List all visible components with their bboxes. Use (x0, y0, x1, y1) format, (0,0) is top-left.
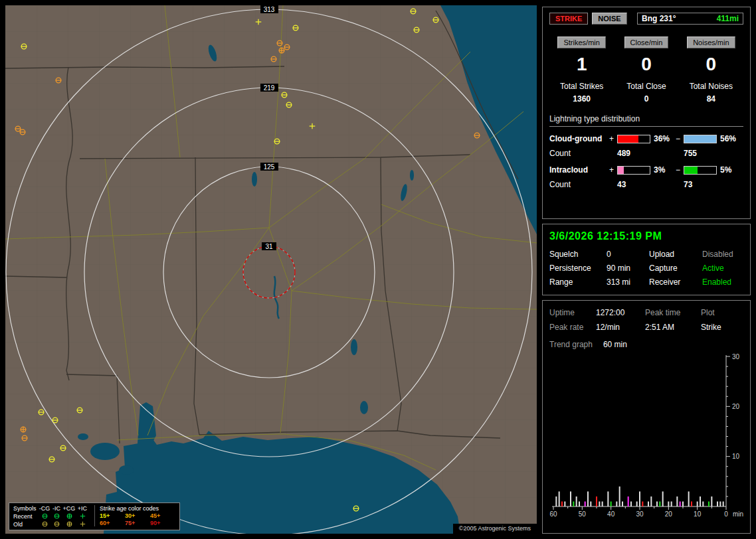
squelch-value: 0 (607, 250, 649, 259)
recent-pos-ic-icon (76, 512, 89, 520)
cg-pos-pct: 36% (650, 134, 676, 143)
minus-sign: − (676, 165, 684, 175)
persistence-label: Persistence (549, 264, 607, 273)
plot-label: Plot (701, 308, 743, 317)
age-code-30: 30+ (125, 512, 150, 519)
upload-status: Disabled (702, 250, 743, 259)
noise-indicator[interactable]: NOISE (592, 13, 626, 25)
ic-neg-count: 73 (684, 180, 743, 189)
datetime-display: 3/6/2026 12:15:19 PM (549, 230, 743, 242)
copyright: ©2005 Astrogenic Systems (453, 524, 537, 534)
info-grid: Uptime 1272:00 Peak time Plot Peak rate … (549, 308, 743, 332)
noises-per-min-header[interactable]: Noises/min (687, 37, 735, 48)
svg-text:0: 0 (724, 510, 728, 518)
cloud-ground-counts: Count 489 755 (549, 149, 743, 158)
receiver-label: Receiver (649, 277, 702, 287)
old-pos-cg-icon (62, 520, 76, 528)
trend-graph-label: Trend graph (549, 340, 593, 349)
svg-text:50: 50 (579, 510, 587, 518)
status-grid: Squelch 0 Upload Disabled Persistence 90… (549, 250, 743, 287)
map-legend: Symbols -CG -IC +CG +IC Recent Old Strik… (9, 502, 180, 530)
total-noises-value: 84 (679, 94, 743, 104)
ic-pos-pct: 3% (650, 165, 676, 175)
recent-pos-cg-icon (62, 512, 76, 520)
svg-text:30: 30 (732, 353, 740, 360)
recent-neg-cg-icon (39, 512, 50, 520)
peak-rate-value: 12/min (596, 323, 645, 332)
close-per-min-header[interactable]: Close/min (624, 37, 669, 48)
receiver-status: Enabled (702, 277, 743, 287)
bearing-display: Bng 231° 411mi (637, 13, 743, 25)
strikes-per-min-header[interactable]: Strikes/min (557, 37, 605, 48)
distance-value: 411mi (717, 14, 739, 23)
svg-text:30: 30 (636, 510, 644, 518)
cg-neg-bar (684, 135, 717, 143)
age-code-45: 45+ (150, 512, 175, 519)
legend-age-header: Strike age color codes (100, 505, 175, 512)
cg-neg-pct: 56% (717, 134, 737, 143)
trend-box: Uptime 1272:00 Peak time Plot Peak rate … (542, 300, 751, 534)
ring-label-219: 219 (264, 84, 275, 92)
total-close-value: 0 (614, 94, 678, 104)
svg-text:min: min (733, 510, 743, 518)
bearing-value: Bng 231° (642, 14, 676, 23)
legend-col-neg-cg: -CG (39, 505, 50, 512)
total-strikes-value: 1360 (549, 94, 614, 104)
svg-text:40: 40 (607, 510, 615, 518)
range-value: 313 mi (607, 277, 649, 287)
cloud-ground-label: Cloud-ground (549, 134, 609, 143)
legend-symbols-header: Symbols (13, 505, 39, 512)
plus-sign: + (609, 165, 617, 175)
distribution-title: Lightning type distribution (549, 114, 743, 127)
ic-neg-bar (684, 166, 717, 175)
trend-graph-header: Trend graph 60 min (549, 340, 743, 349)
strike-symbol (279, 48, 285, 54)
intracloud-counts: Count 43 73 (549, 180, 743, 189)
old-pos-ic-icon (76, 520, 89, 528)
uptime-value: 1272:00 (596, 308, 645, 317)
plot-value: Strike (701, 323, 743, 332)
ic-neg-pct: 5% (717, 165, 737, 175)
minus-sign: − (676, 134, 684, 143)
old-neg-ic-icon (50, 520, 62, 528)
upload-label: Upload (649, 250, 702, 259)
rate-grid: Strikes/min Close/min Noises/min 1 0 0 T… (549, 37, 743, 104)
legend-col-pos-ic: +IC (76, 505, 89, 512)
ring-label-313: 313 (264, 6, 275, 13)
age-code-60: 60+ (100, 520, 125, 526)
capture-status: Active (702, 264, 743, 273)
old-neg-cg-icon (39, 520, 50, 528)
legend-old-label: Old (13, 521, 39, 528)
count-label: Count (549, 180, 617, 189)
ic-pos-bar (617, 166, 650, 175)
persistence-value: 90 min (607, 264, 649, 273)
squelch-label: Squelch (549, 250, 607, 259)
cg-pos-count: 489 (617, 149, 684, 158)
strike-stats-box: STRIKE NOISE Bng 231° 411mi Strikes/min … (542, 7, 751, 219)
svg-text:20: 20 (665, 510, 673, 518)
capture-label: Capture (649, 264, 702, 273)
svg-text:10: 10 (732, 453, 740, 460)
ring-label-125: 125 (264, 163, 275, 171)
range-label: Range (549, 277, 607, 287)
side-panel: STRIKE NOISE Bng 231° 411mi Strikes/min … (542, 7, 751, 534)
status-box: 3/6/2026 12:15:19 PM Squelch 0 Upload Di… (542, 224, 751, 295)
total-noises-label: Total Noises (679, 82, 743, 91)
strike-symbol (21, 427, 27, 433)
strike-indicator[interactable]: STRIKE (549, 13, 588, 25)
svg-text:10: 10 (694, 510, 702, 518)
plus-sign: + (609, 134, 617, 143)
svg-text:60: 60 (549, 510, 557, 518)
total-strikes-label: Total Strikes (549, 82, 614, 91)
age-code-90: 90+ (150, 520, 175, 526)
recent-neg-ic-icon (50, 512, 62, 520)
app-window: 313 219 125 31 Symbols -CG -IC +CG +IC R… (0, 0, 756, 539)
lightning-map[interactable]: 313 219 125 31 (5, 5, 537, 534)
peak-rate-label: Peak rate (549, 323, 596, 332)
trend-graph: 1020300102030405060min (549, 352, 747, 520)
age-code-15: 15+ (100, 512, 125, 519)
peak-time-value: 2:51 AM (645, 323, 701, 332)
legend-recent-label: Recent (13, 513, 39, 520)
svg-text:20: 20 (732, 403, 740, 410)
intracloud-label: Intracloud (549, 165, 609, 175)
